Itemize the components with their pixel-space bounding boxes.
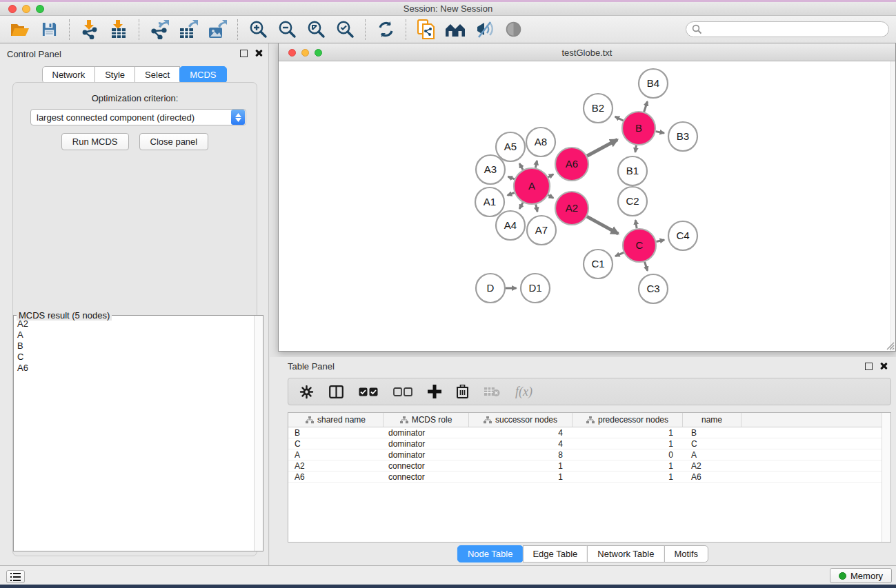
show-hidden-icon[interactable] <box>499 18 528 41</box>
criterion-label: Optimization criterion: <box>13 93 257 103</box>
export-network-icon[interactable] <box>145 18 174 41</box>
memory-button[interactable]: Memory <box>830 568 892 583</box>
open-folder-icon[interactable] <box>6 18 34 41</box>
clone-network-icon[interactable] <box>412 18 441 41</box>
column-header-predecessor-nodes[interactable]: predecessor nodes <box>573 413 683 427</box>
table-panel-title: Table Panel <box>288 361 335 372</box>
graph-node-label: B3 <box>677 130 689 142</box>
graph-node-label: A4 <box>504 219 517 231</box>
table-row[interactable]: A2connector11A2 <box>288 460 890 472</box>
search-input[interactable] <box>702 25 888 34</box>
network-graph[interactable]: B4B2BB3A5A8A6B1A3AC2A1A2A4A7C4CC1C3DD1 <box>279 61 895 351</box>
import-table-icon[interactable] <box>104 18 133 41</box>
tab-mcds[interactable]: MCDS <box>179 66 226 83</box>
hide-selected-icon[interactable] <box>470 18 499 41</box>
delete-table-icon <box>484 386 500 397</box>
table-toolbar: f(x) <box>288 378 891 405</box>
graph-node-label: A8 <box>535 136 547 148</box>
close-panel-icon[interactable] <box>255 49 263 57</box>
export-image-icon[interactable] <box>203 18 232 41</box>
memory-status-icon <box>839 572 846 580</box>
control-panel-title: Control Panel <box>7 49 61 59</box>
list-item[interactable]: A2 <box>14 318 253 330</box>
table-row[interactable]: Adominator80A <box>288 449 890 460</box>
zoom-in-icon[interactable] <box>243 18 272 41</box>
status-bar: Memory <box>0 565 896 585</box>
memory-label: Memory <box>850 571 883 581</box>
column-header-name[interactable]: name <box>683 413 741 427</box>
network-window-title: testGlobe.txt <box>279 48 895 58</box>
control-panel: Control Panel Network Style Select MCDS … <box>0 43 269 565</box>
column-header-mcds-role[interactable]: MCDS role <box>384 413 469 427</box>
network-window-titlebar[interactable]: testGlobe.txt <box>279 43 895 61</box>
deselect-all-checkboxes-icon[interactable] <box>393 387 412 396</box>
home-first-neighbors-icon[interactable] <box>441 18 470 41</box>
table-header-row: shared name MCDS role successor nodes pr… <box>288 413 890 427</box>
select-all-checkboxes-icon[interactable] <box>359 387 378 396</box>
function-builder-icon: f(x) <box>515 385 532 399</box>
main-toolbar <box>0 16 896 43</box>
apply-layout-icon[interactable] <box>371 18 400 41</box>
column-header-shared-name[interactable]: shared name <box>288 413 384 427</box>
graph-node-label: C1 <box>591 258 604 270</box>
table-row[interactable]: Cdominator41C <box>288 438 890 449</box>
list-item[interactable]: A <box>14 330 253 341</box>
add-column-icon[interactable] <box>428 385 441 398</box>
delete-column-icon[interactable] <box>457 385 468 398</box>
zoom-out-icon[interactable] <box>272 18 301 41</box>
criterion-select[interactable]: largest connected component (directed) <box>30 109 246 125</box>
zoom-selected-icon[interactable] <box>330 18 359 41</box>
tab-style[interactable]: Style <box>94 66 135 83</box>
tab-network-table[interactable]: Network Table <box>587 545 664 562</box>
graph-node-label: D <box>487 282 495 294</box>
graph-node-label: A5 <box>504 141 517 152</box>
close-panel-button[interactable]: Close panel <box>139 133 209 150</box>
graph-node-label: B <box>635 122 642 134</box>
tab-edge-table[interactable]: Edge Table <box>522 545 588 562</box>
save-icon[interactable] <box>34 18 63 41</box>
graph-node-label: A7 <box>535 224 548 236</box>
column-header-successor-nodes[interactable]: successor nodes <box>469 413 573 427</box>
close-table-panel-icon[interactable] <box>879 362 888 370</box>
show-column-icon[interactable] <box>329 385 344 398</box>
network-canvas[interactable]: B4B2BB3A5A8A6B1A3AC2A1A2A4A7C4CC1C3DD1 <box>279 61 895 351</box>
graph-node-label: C3 <box>646 283 659 294</box>
list-item[interactable]: C <box>14 352 253 363</box>
table-scrollbar[interactable] <box>882 413 890 542</box>
zoom-fit-icon[interactable] <box>301 18 330 41</box>
import-network-icon[interactable] <box>75 18 104 41</box>
tab-select[interactable]: Select <box>135 66 180 83</box>
mcds-result-list[interactable]: A2ABCA6 <box>14 318 253 550</box>
select-stepper-icon <box>231 110 245 125</box>
network-view-window: testGlobe.txt B4B2BB3A5A8A6B1A3AC2A1A2A4… <box>278 43 896 352</box>
tab-motifs[interactable]: Motifs <box>664 545 708 562</box>
run-mcds-button[interactable]: Run MCDS <box>61 133 129 150</box>
table-row[interactable]: A6connector11A6 <box>288 472 890 483</box>
graph-node-label: A3 <box>484 163 497 175</box>
tab-network[interactable]: Network <box>41 66 95 83</box>
graph-node-label: A1 <box>484 196 496 207</box>
main-titlebar: Session: New Session <box>0 0 896 16</box>
task-history-button[interactable] <box>6 570 25 583</box>
search-field[interactable] <box>686 21 889 37</box>
list-item[interactable]: A6 <box>14 363 253 374</box>
desktop-edge-bottom <box>0 585 896 588</box>
float-table-panel-icon[interactable] <box>865 363 873 370</box>
list-icon <box>10 573 21 581</box>
list-item[interactable]: B <box>14 341 253 352</box>
resize-grip-icon[interactable] <box>886 341 895 350</box>
tab-node-table[interactable]: Node Table <box>457 545 524 562</box>
mcds-tab-content: Optimization criterion: largest connecte… <box>12 82 257 556</box>
export-table-icon[interactable] <box>174 18 203 41</box>
result-scrollbar[interactable] <box>254 316 263 551</box>
settings-gear-icon[interactable] <box>299 385 314 399</box>
float-panel-icon[interactable] <box>240 50 248 57</box>
table-row[interactable]: Bdominator41B <box>288 427 890 438</box>
graph-node-label: B1 <box>626 165 639 176</box>
table-tabs: Node Table Edge Table Network Table Moti… <box>457 545 708 562</box>
graph-node-label: A2 <box>566 202 578 214</box>
tree-icon <box>306 416 314 424</box>
window-title: Session: New Session <box>0 3 896 14</box>
criterion-value: largest connected component (directed) <box>31 112 231 123</box>
network-scrollbar[interactable] <box>890 61 895 351</box>
